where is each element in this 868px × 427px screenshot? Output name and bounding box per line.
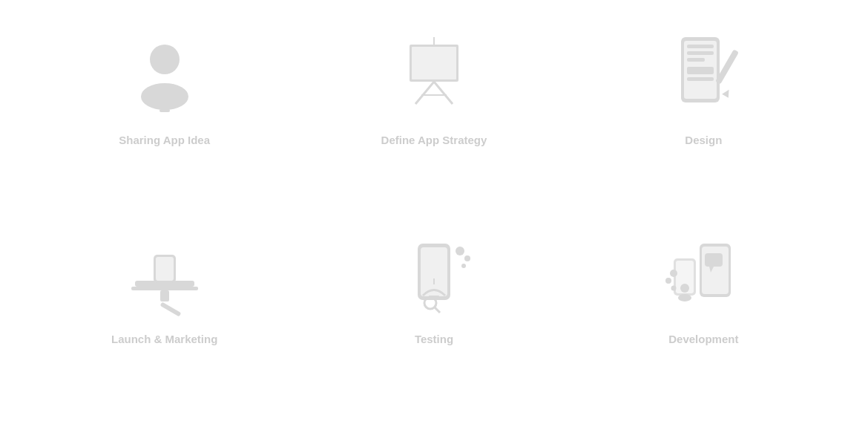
- svg-rect-12: [687, 45, 714, 48]
- svg-point-29: [461, 264, 466, 268]
- card-define-app-strategy: Define App Strategy: [299, 15, 568, 214]
- testing-title: Testing: [415, 333, 453, 345]
- svg-rect-15: [687, 67, 714, 74]
- svg-line-7: [434, 82, 453, 104]
- card-design: Design: [569, 15, 838, 214]
- card-development: Development: [569, 214, 838, 413]
- development-title: Development: [668, 333, 738, 345]
- svg-rect-23: [160, 290, 169, 301]
- svg-point-28: [464, 255, 470, 261]
- design-title: Design: [685, 134, 722, 146]
- card-launch-marketing: Launch & Marketing: [30, 214, 299, 413]
- testing-icon: [386, 229, 482, 325]
- svg-point-41: [678, 294, 691, 301]
- launch-marketing-icon: [116, 229, 213, 325]
- svg-rect-24: [160, 301, 181, 316]
- svg-point-40: [680, 284, 689, 293]
- svg-rect-3: [160, 109, 170, 112]
- svg-rect-36: [705, 253, 723, 267]
- svg-rect-5: [412, 47, 456, 79]
- svg-point-0: [150, 45, 180, 74]
- card-sharing-app-idea: Sharing App Idea: [30, 15, 299, 214]
- svg-line-31: [435, 307, 440, 313]
- svg-point-43: [665, 278, 671, 284]
- svg-point-42: [670, 270, 677, 277]
- svg-point-27: [456, 247, 464, 255]
- svg-rect-22: [156, 257, 174, 281]
- define-app-strategy-icon: [386, 30, 482, 126]
- svg-rect-13: [687, 51, 714, 55]
- svg-rect-20: [131, 287, 198, 290]
- svg-line-6: [415, 82, 434, 104]
- main-grid: Sharing App Idea Define App Strategy: [0, 0, 868, 427]
- development-icon: [655, 229, 752, 325]
- svg-marker-18: [722, 88, 732, 98]
- svg-rect-16: [687, 77, 714, 81]
- svg-point-44: [671, 285, 677, 290]
- design-icon: [655, 30, 752, 126]
- launch-marketing-title: Launch & Marketing: [111, 333, 217, 345]
- define-app-strategy-title: Define App Strategy: [381, 134, 487, 146]
- sharing-app-idea-title: Sharing App Idea: [119, 134, 210, 146]
- sharing-app-idea-icon: [116, 30, 213, 126]
- svg-rect-2: [157, 104, 172, 108]
- svg-rect-14: [687, 58, 705, 62]
- card-testing: Testing: [299, 214, 568, 413]
- svg-rect-32: [429, 296, 439, 300]
